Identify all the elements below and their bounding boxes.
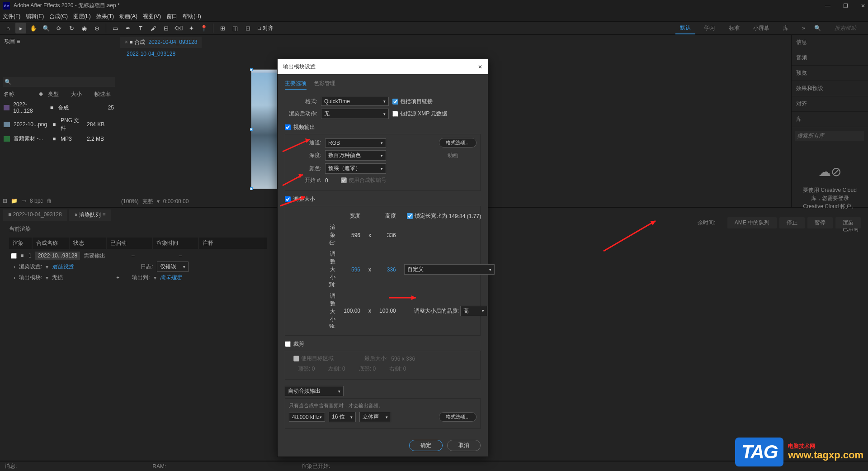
mask-tool-icon[interactable]: ◫ — [230, 23, 241, 33]
add-output-icon[interactable]: + — [116, 275, 119, 281]
audio-format-options-button[interactable]: 格式选项... — [439, 412, 476, 422]
col-fps[interactable]: 帧速率 — [94, 90, 114, 98]
search-help-input[interactable]: 搜索帮助 — [835, 24, 856, 32]
render-checkbox[interactable] — [11, 253, 17, 259]
start-value[interactable]: 0 — [325, 177, 328, 184]
stop-button[interactable]: 停止 — [779, 217, 805, 228]
panel-info[interactable]: 信息 — [792, 35, 868, 50]
rect-tool-icon[interactable]: ▭ — [110, 23, 121, 33]
home-tool-icon[interactable]: ⌂ — [3, 23, 14, 33]
ame-queue-button[interactable]: AME 中的队列 — [727, 217, 777, 228]
pen-tool-icon[interactable]: ✒ — [123, 23, 133, 33]
minimize-button[interactable]: — — [825, 3, 830, 9]
postrender-dropdown[interactable]: 无▾ — [321, 109, 389, 119]
timeline-tab-render[interactable]: × 渲染队列 ≡ — [69, 209, 111, 221]
depth-dropdown[interactable]: 数百万种颜色▾ — [325, 150, 386, 161]
resize-width-input[interactable]: 596 — [351, 266, 360, 273]
selection-tool-icon[interactable]: ▸ — [15, 23, 26, 33]
expand-icon[interactable]: › — [14, 264, 15, 270]
resize-preset-dropdown[interactable]: 自定义▾ — [404, 264, 495, 275]
puppet-tool-icon[interactable]: 📍 — [198, 23, 209, 33]
dialog-close-icon[interactable]: ✕ — [478, 64, 482, 70]
interpretation-icon[interactable]: ⊞ — [3, 198, 7, 204]
panel-effects[interactable]: 效果和预设 — [792, 81, 868, 96]
workspace-standard[interactable]: 标准 — [724, 23, 744, 34]
ok-button[interactable]: 确定 — [409, 440, 443, 451]
close-button[interactable]: ✕ — [861, 3, 865, 9]
panel-preview[interactable]: 预览 — [792, 66, 868, 81]
output-module-val[interactable]: 无损 — [52, 274, 63, 281]
grid-tool-icon[interactable]: ⊞ — [217, 23, 228, 33]
snap-tool-icon[interactable]: ⊡ — [242, 23, 253, 33]
stamp-tool-icon[interactable]: ⊟ — [160, 23, 171, 33]
eraser-tool-icon[interactable]: ⌫ — [173, 23, 184, 33]
maximize-button[interactable]: ❐ — [843, 3, 848, 9]
resize-checkbox[interactable] — [285, 196, 291, 202]
comp-tab[interactable]: × ■ 合成 2022-10-04_093128 — [120, 37, 202, 48]
quality-dropdown[interactable]: 高▾ — [460, 306, 487, 316]
col-name[interactable]: 名称 — [4, 90, 35, 98]
search-help-icon[interactable]: 🔍 — [814, 25, 821, 31]
panel-library[interactable]: 库 — [792, 112, 868, 127]
project-tab[interactable]: 项目 ≡ — [0, 35, 118, 48]
resolution-dropdown[interactable]: 完整 — [142, 198, 153, 205]
comp-breadcrumb[interactable]: 2022-10-04_093128 — [122, 49, 180, 59]
log-dropdown[interactable]: 仅错误▾ — [157, 262, 189, 272]
zoom-level[interactable]: (100%) — [121, 198, 139, 205]
channel-dropdown[interactable]: RGB▾ — [325, 138, 386, 147]
menu-animation[interactable]: 动画(A) — [119, 13, 137, 20]
folder-icon[interactable]: 📁 — [11, 198, 18, 204]
text-tool-icon[interactable]: T — [135, 23, 146, 33]
workspace-more-icon[interactable]: » — [797, 23, 810, 33]
workspace-library[interactable]: 库 — [778, 23, 793, 34]
panel-align[interactable]: 对齐 — [792, 96, 868, 112]
include-xmp-checkbox[interactable] — [392, 111, 398, 117]
render-button[interactable]: 渲染 — [835, 217, 861, 228]
project-row[interactable]: 2022-10...128 ■ 合成 25 — [0, 100, 118, 115]
sample-rate-dropdown[interactable]: 48.000 kHz▾ — [289, 413, 325, 422]
format-options-button[interactable]: 格式选项... — [439, 138, 476, 147]
library-search-input[interactable] — [795, 131, 864, 141]
menu-layer[interactable]: 图层(L) — [73, 13, 91, 20]
col-type[interactable]: 类型 — [48, 90, 67, 98]
bit-depth-dropdown[interactable]: 16 位▾ — [329, 412, 356, 422]
video-output-checkbox[interactable] — [285, 124, 291, 130]
menu-view[interactable]: 视图(V) — [143, 13, 161, 20]
project-row[interactable]: 音频素材 -... ■ MP3 2.2 MB — [0, 133, 118, 144]
workspace-default[interactable]: 默认 — [675, 22, 695, 34]
camera-tool-icon[interactable]: ◉ — [79, 23, 90, 33]
rotate-tool-icon[interactable]: ↻ — [66, 23, 77, 33]
resize-height-input[interactable]: 336 — [376, 249, 400, 290]
project-search-input[interactable] — [3, 77, 115, 87]
orbit-tool-icon[interactable]: ⟳ — [53, 23, 64, 33]
trash-icon[interactable]: 🗑 — [47, 198, 52, 204]
expand-icon[interactable]: › — [14, 275, 15, 281]
menu-window[interactable]: 窗口 — [166, 13, 177, 20]
project-row[interactable]: 2022-10...png ■ PNG 文件 284 KB — [0, 115, 118, 133]
anchor-tool-icon[interactable]: ⊕ — [91, 23, 102, 33]
snap-label[interactable]: □ 对齐 — [255, 24, 276, 32]
settings-link[interactable]: 最佳设置 — [52, 263, 74, 271]
time-display[interactable]: 0:00:00:00 — [163, 198, 189, 205]
workspace-small[interactable]: 小屏幕 — [749, 23, 774, 34]
hand-tool-icon[interactable]: ✋ — [28, 23, 39, 33]
timeline-tab-comp[interactable]: ■ 2022-10-04_093128 — [3, 209, 67, 221]
format-dropdown[interactable]: QuickTime▾ — [321, 97, 389, 106]
menu-help[interactable]: 帮助(H) — [183, 13, 201, 20]
include-link-checkbox[interactable] — [392, 99, 398, 105]
menu-effect[interactable]: 效果(T) — [96, 13, 114, 20]
workspace-learn[interactable]: 学习 — [700, 23, 720, 34]
brush-tool-icon[interactable]: 🖌 — [148, 23, 159, 33]
cancel-button[interactable]: 取消 — [447, 440, 481, 451]
panel-audio[interactable]: 音频 — [792, 50, 868, 66]
zoom-tool-icon[interactable]: 🔍 — [41, 23, 52, 33]
menu-file[interactable]: 文件(F) — [3, 13, 20, 20]
lock-aspect-checkbox[interactable] — [407, 213, 413, 219]
crop-checkbox[interactable] — [285, 341, 291, 347]
bpc-label[interactable]: 8 bpc — [30, 198, 43, 204]
tab-main-options[interactable]: 主要选项 — [285, 80, 307, 90]
comp-new-icon[interactable]: ▭ — [21, 198, 26, 204]
color-dropdown[interactable]: 预乘（遮罩）▾ — [325, 163, 386, 174]
audio-output-dropdown[interactable]: 自动音频输出▾ — [285, 386, 344, 396]
tab-color-management[interactable]: 色彩管理 — [314, 80, 335, 90]
